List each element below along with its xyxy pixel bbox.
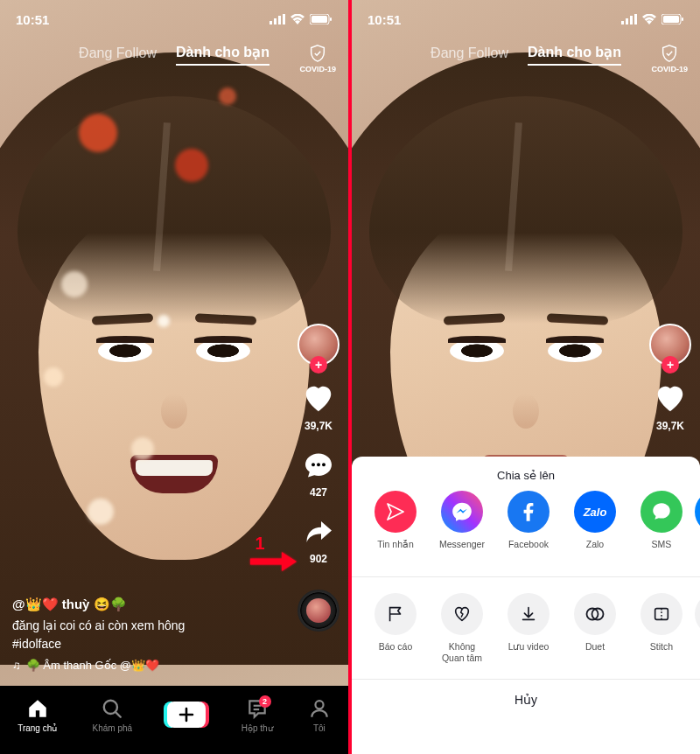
- like-count: 39,7K: [304, 420, 332, 432]
- share-button[interactable]: 902: [301, 514, 336, 565]
- action-stitch-label: Stitch: [650, 641, 673, 653]
- follow-plus-icon[interactable]: +: [662, 356, 679, 374]
- create-button[interactable]: [167, 702, 206, 728]
- share-zalo[interactable]: Zalo Zalo: [562, 491, 628, 561]
- share-messenger-label: Messenger: [439, 539, 485, 550]
- clock: 10:51: [16, 12, 49, 27]
- comment-button[interactable]: 427: [301, 448, 336, 499]
- actions-row: Báo cáo Không Quan tâm Lưu video Duet St…: [352, 576, 700, 679]
- facebook-icon: [508, 491, 550, 533]
- covid-label: COVID-19: [651, 65, 688, 73]
- nav-inbox[interactable]: 2 Hộp thư: [242, 697, 273, 733]
- share-dm-label: Tin nhắn: [377, 539, 414, 550]
- battery-icon: [662, 14, 684, 24]
- comment-icon: [301, 448, 336, 483]
- caption-text: đăng lại coi có ai còn xem hông: [12, 617, 278, 635]
- share-facebook-label: Facebook: [508, 539, 549, 550]
- svg-rect-17: [626, 18, 628, 24]
- svg-point-7: [312, 463, 315, 466]
- svg-rect-25: [655, 609, 668, 620]
- action-notinterested[interactable]: Không Quan tâm: [429, 593, 495, 663]
- action-save-video[interactable]: Lưu video: [495, 593, 562, 663]
- svg-rect-19: [634, 14, 637, 24]
- action-notinterested-label: Không Quan tâm: [442, 641, 482, 663]
- like-count: 39,7K: [656, 420, 684, 432]
- top-nav: Đang Follow Dành cho bạn: [0, 44, 348, 66]
- top-nav: Đang Follow Dành cho bạn: [352, 44, 700, 66]
- screen-right: 10:51 Đang Follow Dành cho bạn COVID-19 …: [352, 0, 700, 754]
- sms-icon: [640, 491, 682, 533]
- share-copy[interactable]: Sao Liê: [695, 491, 700, 561]
- bottom-nav: Trang chủ Khám phá 2 Hộp thư Tôi: [0, 686, 348, 754]
- messenger-icon: [441, 491, 483, 533]
- duet-icon: [574, 593, 616, 635]
- dm-icon: [374, 491, 416, 533]
- wifi-icon: [642, 14, 656, 24]
- author-handle[interactable]: @👑❤️ thuỳ 😆🌳: [12, 595, 278, 615]
- like-button[interactable]: 39,7K: [653, 381, 688, 432]
- sound-disc[interactable]: [298, 590, 340, 632]
- nav-home[interactable]: Trang chủ: [18, 697, 57, 733]
- action-rail: + 39,7K 427 902: [298, 324, 340, 632]
- like-button[interactable]: 39,7K: [301, 381, 336, 432]
- action-record[interactable]: R: [695, 593, 700, 663]
- signal-icon: [270, 14, 285, 24]
- music-name: 🌳 Âm thanh Gốc @👑❤️: [26, 657, 159, 674]
- nav-profile[interactable]: Tôi: [308, 697, 331, 733]
- action-stitch[interactable]: Stitch: [628, 593, 695, 663]
- action-report[interactable]: Báo cáo: [362, 593, 429, 663]
- sheet-title: Chia sẻ lên: [352, 457, 700, 491]
- tab-foryou[interactable]: Dành cho bạn: [528, 44, 621, 66]
- svg-rect-0: [270, 21, 272, 24]
- home-icon: [26, 697, 49, 720]
- share-sms[interactable]: SMS: [628, 491, 695, 561]
- inbox-badge: 2: [259, 695, 271, 708]
- link-icon: [695, 491, 700, 533]
- shield-icon: [660, 44, 679, 63]
- share-dm[interactable]: Tin nhắn: [362, 491, 429, 561]
- follow-plus-icon[interactable]: +: [310, 356, 327, 374]
- action-rail: + 39,7K: [649, 324, 691, 432]
- flag-icon: [374, 593, 416, 635]
- cancel-button[interactable]: Hủy: [352, 679, 700, 726]
- screen-left: 10:51 Đang Follow Dành cho bạn COVID-19 …: [0, 0, 348, 754]
- status-bar: 10:51: [0, 0, 348, 38]
- author-avatar[interactable]: +: [298, 324, 340, 366]
- svg-point-9: [322, 463, 326, 466]
- covid-badge[interactable]: COVID-19: [651, 44, 688, 73]
- shield-icon: [308, 44, 327, 63]
- svg-rect-21: [663, 16, 679, 23]
- author-avatar[interactable]: +: [649, 324, 691, 366]
- svg-point-8: [317, 463, 320, 466]
- search-icon: [101, 697, 123, 720]
- action-duet[interactable]: Duet: [562, 593, 628, 663]
- svg-rect-3: [283, 14, 285, 24]
- tab-foryou[interactable]: Dành cho bạn: [176, 44, 270, 66]
- battery-icon: [310, 14, 332, 24]
- svg-rect-2: [278, 16, 281, 24]
- nav-discover-label: Khám phá: [93, 723, 133, 733]
- heart-icon: [301, 381, 336, 416]
- action-duet-label: Duet: [585, 641, 605, 653]
- zalo-icon: Zalo: [574, 491, 616, 533]
- caption-hashtag[interactable]: #idolface: [12, 635, 278, 653]
- action-report-label: Báo cáo: [379, 641, 413, 653]
- status-bar: 10:51: [352, 0, 700, 38]
- music-row[interactable]: ♫ 🌳 Âm thanh Gốc @👑❤️: [12, 657, 278, 674]
- svg-rect-16: [621, 21, 624, 24]
- tab-following[interactable]: Đang Follow: [79, 45, 157, 65]
- profile-icon: [308, 697, 331, 720]
- nav-discover[interactable]: Khám phá: [93, 697, 133, 733]
- broken-heart-icon: [441, 593, 483, 635]
- svg-rect-22: [682, 17, 683, 21]
- annotation-arrow-1: 1: [248, 534, 298, 573]
- share-count: 902: [310, 553, 327, 565]
- svg-rect-18: [630, 16, 633, 24]
- share-facebook[interactable]: Facebook: [495, 491, 562, 561]
- share-messenger[interactable]: Messenger: [429, 491, 495, 561]
- covid-label: COVID-19: [299, 65, 336, 73]
- share-destinations-row: Tin nhắn Messenger Facebook Zalo Zalo SM…: [352, 491, 700, 576]
- covid-badge[interactable]: COVID-19: [299, 44, 336, 73]
- nav-create[interactable]: [167, 702, 206, 728]
- tab-following[interactable]: Đang Follow: [430, 45, 508, 65]
